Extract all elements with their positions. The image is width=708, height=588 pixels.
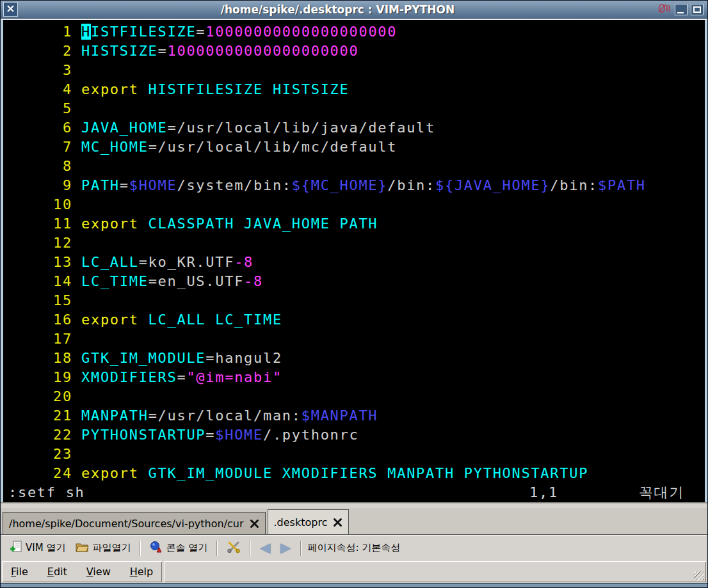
cursor-position: 1,1 xyxy=(529,483,558,502)
line-content: PYTHONSTARTUP=$HOME/.pythonrc xyxy=(81,425,358,445)
editor-line[interactable]: 17 xyxy=(3,330,705,349)
scroll-indicator: 꼭대기 xyxy=(639,483,684,502)
nav-back-button[interactable]: ◀ xyxy=(255,539,275,557)
line-number: 15 xyxy=(3,291,72,310)
line-content: export GTK_IM_MODULE XMODIFIERS MANPATH … xyxy=(81,464,588,483)
editor-line[interactable]: 12 xyxy=(3,234,705,253)
toolbar: VIM 열기 파일열기 콘솔 열기 xyxy=(1,535,707,560)
line-number: 24 xyxy=(3,464,72,483)
line-number: 7 xyxy=(3,138,72,157)
resize-grip[interactable] xyxy=(694,571,704,580)
line-number: 1 xyxy=(3,22,72,42)
editor-lines: 1HISTFILESIZE=100000000000000000002HISTS… xyxy=(3,20,705,483)
window-maximize-button[interactable] xyxy=(691,4,704,15)
tab-label: /home/spike/Document/Sources/vi-python/c… xyxy=(9,518,244,530)
nav-forward-button[interactable]: ▶ xyxy=(275,539,296,557)
editor-line[interactable]: 11export CLASSPATH JAVA_HOME PATH xyxy=(3,214,705,234)
editor-line[interactable]: 21MANPATH=/usr/local/man:$MANPATH xyxy=(3,406,705,425)
line-number: 2 xyxy=(3,42,72,61)
menu-bar-row: FileEditViewHelp xyxy=(1,560,707,583)
line-number: 6 xyxy=(3,118,72,138)
tools-button[interactable] xyxy=(221,538,246,559)
editor-line[interactable]: 10 xyxy=(3,195,705,214)
console-icon xyxy=(150,541,163,556)
line-number: 23 xyxy=(3,445,72,464)
toolbar-separator xyxy=(140,541,141,556)
menu-item-edit[interactable]: Edit xyxy=(47,566,67,578)
editor-line[interactable]: 7MC_HOME=/usr/local/lib/mc/default xyxy=(3,138,705,157)
editor-line[interactable]: 6JAVA_HOME=/usr/local/lib/java/default xyxy=(3,118,705,138)
line-number: 18 xyxy=(3,349,72,368)
line-number: 17 xyxy=(3,330,72,349)
line-content: XMODIFIERS="@im=nabi" xyxy=(81,368,282,387)
menu-bar-filler xyxy=(164,561,706,582)
menu-item-help[interactable]: Help xyxy=(130,566,153,578)
title-bar: /home/spike/.desktoprc : VIM-PYTHON xyxy=(1,1,707,19)
tab-desktoprc[interactable]: .desktoprc xyxy=(268,509,350,534)
vim-editor[interactable]: 1HISTFILESIZE=100000000000000000002HISTS… xyxy=(3,20,705,502)
line-number: 21 xyxy=(3,406,72,425)
editor-line[interactable]: 3 xyxy=(3,61,705,80)
command-line-text: :setf sh xyxy=(8,483,85,502)
open-file-label: 파일열기 xyxy=(92,542,131,554)
toolbar-separator xyxy=(250,541,251,556)
tab-close-icon[interactable] xyxy=(333,518,342,527)
line-number: 22 xyxy=(3,425,72,445)
editor-line[interactable]: 9PATH=$HOME/system/bin:${MC_HOME}/bin:${… xyxy=(3,176,705,195)
toolbar-separator xyxy=(300,541,302,556)
open-file-button[interactable]: 파일열기 xyxy=(70,539,136,558)
editor-line[interactable]: 8 xyxy=(3,157,705,176)
line-number: 9 xyxy=(3,176,72,195)
line-number: 3 xyxy=(3,61,72,80)
line-number: 5 xyxy=(3,99,72,118)
editor-line[interactable]: 15 xyxy=(3,291,705,310)
forward-arrow-icon: ▶ xyxy=(280,541,291,555)
line-content: PATH=$HOME/system/bin:${MC_HOME}/bin:${J… xyxy=(81,176,646,195)
window-title: /home/spike/.desktoprc : VIM-PYTHON xyxy=(20,3,655,16)
line-content: HISTSIZE=10000000000000000000 xyxy=(81,42,358,61)
titlebar-right-controls xyxy=(657,3,705,16)
tab-vi-python[interactable]: /home/spike/Document/Sources/vi-python/c… xyxy=(3,512,266,534)
editor-line[interactable]: 14LC_TIME=en_US.UTF-8 xyxy=(3,272,705,291)
editor-line[interactable]: 19XMODIFIERS="@im=nabi" xyxy=(3,368,705,387)
editor-line[interactable]: 4export HISTFILESIZE HISTSIZE xyxy=(3,80,705,99)
window-close-button[interactable] xyxy=(3,2,18,17)
tab-close-icon[interactable] xyxy=(250,519,259,528)
editor-line[interactable]: 16export LC_ALL LC_TIME xyxy=(3,310,705,330)
line-content: HISTFILESIZE=10000000000000000000 xyxy=(81,22,397,42)
line-number: 13 xyxy=(3,253,72,272)
editor-line[interactable]: 24export GTK_IM_MODULE XMODIFIERS MANPAT… xyxy=(3,464,705,483)
editor-line[interactable]: 5 xyxy=(3,99,705,118)
line-content: LC_ALL=ko_KR.UTF-8 xyxy=(81,253,253,272)
new-vim-document-icon xyxy=(10,541,22,556)
editor-line[interactable]: 18GTK_IM_MODULE=hangul2 xyxy=(3,349,705,368)
editor-line[interactable]: 13LC_ALL=ko_KR.UTF-8 xyxy=(3,253,705,272)
window-bottom-border xyxy=(1,583,707,587)
line-number: 10 xyxy=(3,195,72,214)
window-minimize-button[interactable] xyxy=(675,4,688,15)
app-indicator-icon xyxy=(657,3,672,16)
line-number: 4 xyxy=(3,80,72,99)
line-content: export HISTFILESIZE HISTSIZE xyxy=(81,80,349,99)
editor-line[interactable]: 20 xyxy=(3,387,705,406)
toolbar-separator xyxy=(216,541,218,556)
page-properties-label: 페이지속성: 기본속성 xyxy=(305,542,401,554)
editor-line[interactable]: 2HISTSIZE=10000000000000000000 xyxy=(3,42,705,61)
open-console-button[interactable]: 콘솔 열기 xyxy=(145,538,213,559)
line-content: MANPATH=/usr/local/man:$MANPATH xyxy=(81,406,378,425)
editor-line[interactable]: 23 xyxy=(3,445,705,464)
line-content: export CLASSPATH JAVA_HOME PATH xyxy=(81,214,378,234)
line-content: MC_HOME=/usr/local/lib/mc/default xyxy=(81,138,397,157)
editor-line[interactable]: 1HISTFILESIZE=10000000000000000000 xyxy=(3,22,705,42)
menu-item-view[interactable]: View xyxy=(86,566,111,578)
line-number: 20 xyxy=(3,387,72,406)
line-number: 12 xyxy=(3,234,72,253)
line-number: 14 xyxy=(3,272,72,291)
menu-bar: FileEditViewHelp xyxy=(2,561,162,582)
open-vim-label: VIM 열기 xyxy=(26,542,65,554)
text-cursor: H xyxy=(81,24,91,40)
folder-open-icon xyxy=(76,541,89,555)
open-vim-button[interactable]: VIM 열기 xyxy=(4,538,70,559)
editor-line[interactable]: 22PYTHONSTARTUP=$HOME/.pythonrc xyxy=(3,425,705,445)
menu-item-file[interactable]: File xyxy=(11,566,28,578)
